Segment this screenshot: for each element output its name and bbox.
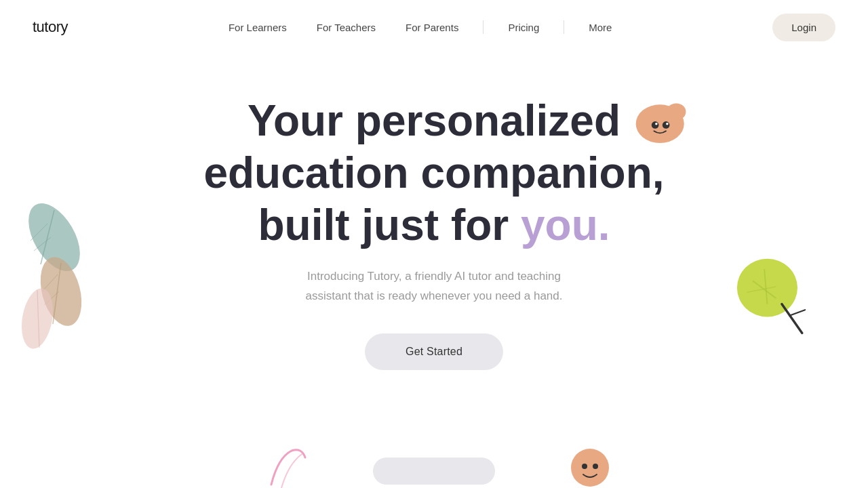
get-started-button[interactable]: Get Started <box>365 333 503 370</box>
bottom-card-hint <box>366 451 502 488</box>
svg-point-24 <box>582 464 587 469</box>
nav-more[interactable]: More <box>578 16 623 39</box>
nav-pricing[interactable]: Pricing <box>497 16 550 39</box>
nav-for-teachers[interactable]: For Teachers <box>306 16 387 39</box>
hero-subtitle: Introducing Tutory, a friendly AI tutor … <box>292 267 576 306</box>
navbar: tutory For Learners For Teachers For Par… <box>0 0 868 54</box>
bottom-avatar-hint <box>570 447 610 488</box>
svg-rect-22 <box>373 458 495 485</box>
svg-point-25 <box>593 464 598 469</box>
hero-section: Your personalized education companion, b… <box>0 54 868 370</box>
login-button[interactable]: Login <box>772 14 835 41</box>
nav-divider-2 <box>564 20 564 34</box>
bottom-deco-lines <box>264 444 319 488</box>
hero-title: Your personalized education companion, b… <box>203 95 664 251</box>
nav-divider <box>483 20 484 34</box>
svg-point-23 <box>571 449 609 487</box>
nav-for-learners[interactable]: For Learners <box>218 16 298 39</box>
nav-for-parents[interactable]: For Parents <box>395 16 469 39</box>
logo[interactable]: tutory <box>33 18 68 36</box>
nav-links: For Learners For Teachers For Parents Pr… <box>218 16 623 39</box>
